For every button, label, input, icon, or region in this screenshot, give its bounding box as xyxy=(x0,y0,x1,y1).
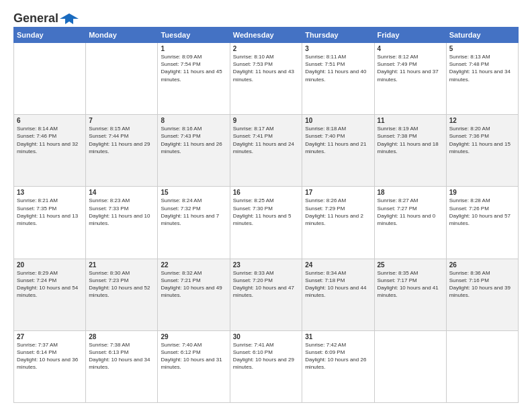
day-info: Sunrise: 8:34 AM Sunset: 7:18 PM Dayligh… xyxy=(305,269,371,300)
weekday-header-wednesday: Wednesday xyxy=(230,28,302,43)
day-info: Sunrise: 8:09 AM Sunset: 7:54 PM Dayligh… xyxy=(161,53,226,83)
day-number: 9 xyxy=(233,117,299,124)
day-info: Sunrise: 8:19 AM Sunset: 7:38 PM Dayligh… xyxy=(378,125,443,155)
day-info: Sunrise: 8:33 AM Sunset: 7:20 PM Dayligh… xyxy=(233,269,299,300)
day-number: 8 xyxy=(161,117,226,124)
calendar-cell: 3Sunrise: 8:11 AM Sunset: 7:51 PM Daylig… xyxy=(302,43,374,115)
calendar-cell: 1Sunrise: 8:09 AM Sunset: 7:54 PM Daylig… xyxy=(158,43,230,115)
calendar-cell: 31Sunrise: 7:42 AM Sunset: 6:09 PM Dayli… xyxy=(302,330,374,402)
calendar-cell: 22Sunrise: 8:32 AM Sunset: 7:21 PM Dayli… xyxy=(158,259,230,330)
day-info: Sunrise: 8:18 AM Sunset: 7:40 PM Dayligh… xyxy=(305,125,371,155)
calendar-cell: 10Sunrise: 8:18 AM Sunset: 7:40 PM Dayli… xyxy=(302,115,374,187)
day-info: Sunrise: 8:14 AM Sunset: 7:46 PM Dayligh… xyxy=(17,125,83,155)
day-number: 16 xyxy=(233,189,299,196)
day-number: 10 xyxy=(305,117,371,124)
calendar-cell xyxy=(14,43,86,115)
day-number: 17 xyxy=(305,189,371,196)
day-info: Sunrise: 8:28 AM Sunset: 7:26 PM Dayligh… xyxy=(449,197,515,227)
calendar-cell: 15Sunrise: 8:24 AM Sunset: 7:32 PM Dayli… xyxy=(158,187,230,259)
day-info: Sunrise: 8:36 AM Sunset: 7:16 PM Dayligh… xyxy=(449,269,515,300)
calendar-cell: 28Sunrise: 7:38 AM Sunset: 6:13 PM Dayli… xyxy=(86,330,158,402)
day-info: Sunrise: 7:41 AM Sunset: 6:10 PM Dayligh… xyxy=(233,341,299,371)
calendar-cell: 9Sunrise: 8:17 AM Sunset: 7:41 PM Daylig… xyxy=(230,115,302,187)
day-number: 2 xyxy=(233,45,299,52)
calendar-cell xyxy=(374,330,446,402)
day-info: Sunrise: 8:16 AM Sunset: 7:43 PM Dayligh… xyxy=(161,125,226,155)
day-number: 25 xyxy=(378,261,443,269)
calendar-header-row: SundayMondayTuesdayWednesdayThursdayFrid… xyxy=(14,28,519,43)
weekday-header-sunday: Sunday xyxy=(14,28,86,43)
day-number: 14 xyxy=(89,189,154,196)
calendar-cell: 14Sunrise: 8:23 AM Sunset: 7:33 PM Dayli… xyxy=(86,187,158,259)
day-info: Sunrise: 7:42 AM Sunset: 6:09 PM Dayligh… xyxy=(305,341,371,371)
calendar-cell: 12Sunrise: 8:20 AM Sunset: 7:36 PM Dayli… xyxy=(446,115,518,187)
calendar-cell: 24Sunrise: 8:34 AM Sunset: 7:18 PM Dayli… xyxy=(302,259,374,330)
day-info: Sunrise: 8:30 AM Sunset: 7:23 PM Dayligh… xyxy=(89,269,154,300)
svg-marker-0 xyxy=(60,13,79,24)
day-info: Sunrise: 8:12 AM Sunset: 7:49 PM Dayligh… xyxy=(378,53,443,83)
page: General SundayMondayTuesdayWednesdayThur… xyxy=(0,0,532,411)
day-number: 18 xyxy=(378,189,443,196)
weekday-header-monday: Monday xyxy=(86,28,158,43)
calendar-cell: 30Sunrise: 7:41 AM Sunset: 6:10 PM Dayli… xyxy=(230,330,302,402)
calendar-cell: 7Sunrise: 8:15 AM Sunset: 7:44 PM Daylig… xyxy=(86,115,158,187)
day-info: Sunrise: 8:10 AM Sunset: 7:53 PM Dayligh… xyxy=(233,53,299,83)
calendar-week-row: 6Sunrise: 8:14 AM Sunset: 7:46 PM Daylig… xyxy=(14,115,519,187)
calendar-cell: 26Sunrise: 8:36 AM Sunset: 7:16 PM Dayli… xyxy=(446,259,518,330)
day-info: Sunrise: 8:15 AM Sunset: 7:44 PM Dayligh… xyxy=(89,125,154,155)
calendar-cell: 29Sunrise: 7:40 AM Sunset: 6:12 PM Dayli… xyxy=(158,330,230,402)
calendar-cell: 19Sunrise: 8:28 AM Sunset: 7:26 PM Dayli… xyxy=(446,187,518,259)
header: General xyxy=(13,12,519,23)
day-number: 12 xyxy=(449,117,515,124)
day-number: 1 xyxy=(161,45,226,52)
calendar-cell: 11Sunrise: 8:19 AM Sunset: 7:38 PM Dayli… xyxy=(374,115,446,187)
day-info: Sunrise: 8:32 AM Sunset: 7:21 PM Dayligh… xyxy=(161,269,226,300)
calendar-cell: 4Sunrise: 8:12 AM Sunset: 7:49 PM Daylig… xyxy=(374,43,446,115)
calendar-table: SundayMondayTuesdayWednesdayThursdayFrid… xyxy=(13,27,519,403)
day-number: 19 xyxy=(449,189,515,196)
calendar-cell: 23Sunrise: 8:33 AM Sunset: 7:20 PM Dayli… xyxy=(230,259,302,330)
weekday-header-friday: Friday xyxy=(374,28,446,43)
weekday-header-thursday: Thursday xyxy=(302,28,374,43)
day-number: 11 xyxy=(378,117,443,124)
calendar-week-row: 13Sunrise: 8:21 AM Sunset: 7:35 PM Dayli… xyxy=(14,187,519,259)
day-info: Sunrise: 7:38 AM Sunset: 6:13 PM Dayligh… xyxy=(89,341,154,371)
day-number: 28 xyxy=(89,333,154,340)
logo-bird-icon xyxy=(60,12,79,26)
day-info: Sunrise: 8:26 AM Sunset: 7:29 PM Dayligh… xyxy=(305,197,371,227)
day-info: Sunrise: 8:24 AM Sunset: 7:32 PM Dayligh… xyxy=(161,197,226,227)
day-info: Sunrise: 8:29 AM Sunset: 7:24 PM Dayligh… xyxy=(17,269,83,300)
day-number: 23 xyxy=(233,261,299,269)
day-info: Sunrise: 8:20 AM Sunset: 7:36 PM Dayligh… xyxy=(449,125,515,155)
logo: General xyxy=(13,12,79,23)
day-info: Sunrise: 7:40 AM Sunset: 6:12 PM Dayligh… xyxy=(161,341,226,371)
day-info: Sunrise: 8:27 AM Sunset: 7:27 PM Dayligh… xyxy=(378,197,443,227)
day-number: 13 xyxy=(17,189,83,196)
calendar-cell: 8Sunrise: 8:16 AM Sunset: 7:43 PM Daylig… xyxy=(158,115,230,187)
calendar-week-row: 20Sunrise: 8:29 AM Sunset: 7:24 PM Dayli… xyxy=(14,259,519,330)
day-number: 30 xyxy=(233,333,299,340)
day-info: Sunrise: 8:23 AM Sunset: 7:33 PM Dayligh… xyxy=(89,197,154,227)
weekday-header-tuesday: Tuesday xyxy=(158,28,230,43)
calendar-cell: 6Sunrise: 8:14 AM Sunset: 7:46 PM Daylig… xyxy=(14,115,86,187)
calendar-cell: 20Sunrise: 8:29 AM Sunset: 7:24 PM Dayli… xyxy=(14,259,86,330)
day-info: Sunrise: 8:21 AM Sunset: 7:35 PM Dayligh… xyxy=(17,197,83,227)
day-number: 29 xyxy=(161,333,226,340)
calendar-cell: 2Sunrise: 8:10 AM Sunset: 7:53 PM Daylig… xyxy=(230,43,302,115)
day-number: 20 xyxy=(17,261,83,269)
calendar-cell: 18Sunrise: 8:27 AM Sunset: 7:27 PM Dayli… xyxy=(374,187,446,259)
day-info: Sunrise: 7:37 AM Sunset: 6:14 PM Dayligh… xyxy=(17,341,83,371)
day-number: 22 xyxy=(161,261,226,269)
day-number: 21 xyxy=(89,261,154,269)
calendar-cell: 5Sunrise: 8:13 AM Sunset: 7:48 PM Daylig… xyxy=(446,43,518,115)
day-info: Sunrise: 8:25 AM Sunset: 7:30 PM Dayligh… xyxy=(233,197,299,227)
calendar-cell: 21Sunrise: 8:30 AM Sunset: 7:23 PM Dayli… xyxy=(86,259,158,330)
calendar-cell: 13Sunrise: 8:21 AM Sunset: 7:35 PM Dayli… xyxy=(14,187,86,259)
day-number: 3 xyxy=(305,45,371,52)
day-info: Sunrise: 8:17 AM Sunset: 7:41 PM Dayligh… xyxy=(233,125,299,155)
day-number: 24 xyxy=(305,261,371,269)
day-number: 15 xyxy=(161,189,226,196)
calendar-cell xyxy=(86,43,158,115)
logo-text: General xyxy=(13,12,58,26)
calendar-cell: 17Sunrise: 8:26 AM Sunset: 7:29 PM Dayli… xyxy=(302,187,374,259)
